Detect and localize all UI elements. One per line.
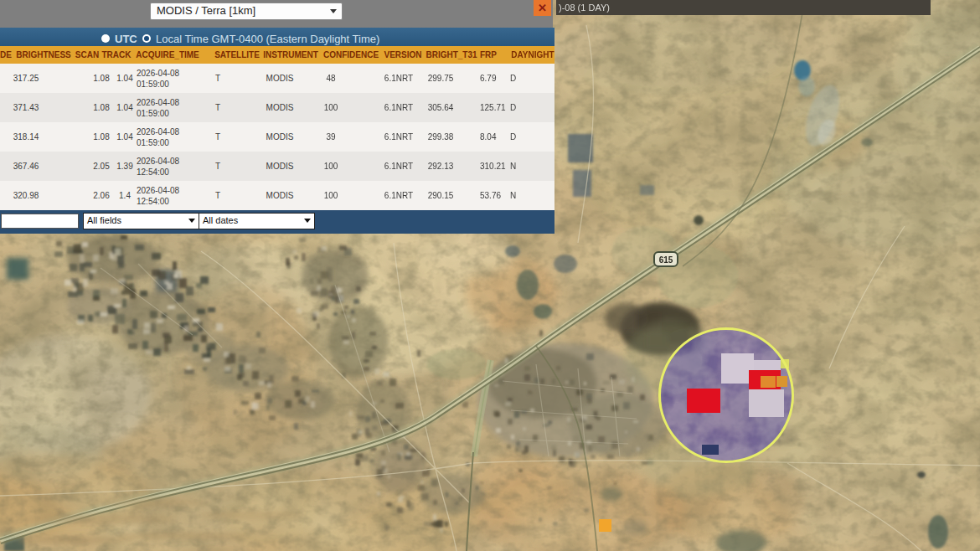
svg-text:615: 615 <box>659 255 673 265</box>
